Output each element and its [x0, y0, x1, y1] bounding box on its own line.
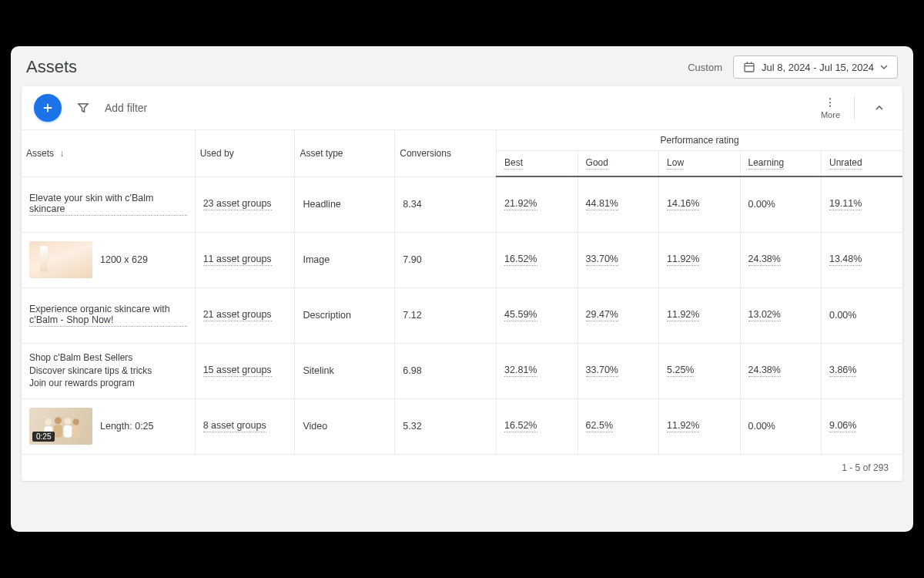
- conversions-cell: 7.90: [395, 232, 497, 287]
- perf-learning[interactable]: 24.38%: [748, 254, 781, 266]
- perf-best[interactable]: 32.81%: [504, 365, 537, 377]
- svg-point-11: [55, 417, 62, 424]
- svg-rect-12: [54, 425, 62, 437]
- perf-good[interactable]: 33.70%: [586, 365, 618, 377]
- page-title: Assets: [26, 57, 77, 77]
- asset-headline[interactable]: Elevate your skin with c'Balm skincare: [29, 193, 187, 216]
- conversions-cell: 7.12: [395, 287, 497, 343]
- asset-type-cell: Sitelink: [295, 343, 395, 398]
- used-by-link[interactable]: 23 asset groups: [203, 198, 272, 210]
- perf-good[interactable]: 29.47%: [586, 309, 618, 321]
- asset-sitelink[interactable]: Shop c'Balm Best Sellers Discover skinca…: [29, 351, 187, 390]
- perf-unrated[interactable]: 19.11%: [829, 198, 862, 210]
- table-row: 0:25 Length: 0:25 8 asset groups Video 5…: [22, 398, 902, 454]
- pagination-label: 1 - 5 of 293: [22, 455, 902, 481]
- plus-icon: [41, 101, 55, 115]
- add-asset-button[interactable]: [34, 94, 62, 122]
- more-menu-button[interactable]: More: [821, 96, 840, 119]
- date-preset-label: Custom: [688, 62, 722, 73]
- col-performance-group: Performance rating: [497, 130, 902, 151]
- app-frame: Assets Custom Jul 8, 2024 - Jul 15, 2024…: [11, 46, 913, 532]
- perf-low[interactable]: 11.92%: [667, 254, 699, 266]
- asset-type-cell: Headline: [295, 176, 395, 232]
- date-range-text: Jul 8, 2024 - Jul 15, 2024: [762, 62, 874, 73]
- table-row: Experience organic skincare with c'Balm …: [22, 287, 902, 343]
- svg-rect-16: [72, 425, 79, 437]
- asset-type-cell: Description: [295, 287, 395, 343]
- perf-low[interactable]: 14.16%: [667, 198, 699, 210]
- col-best-header[interactable]: Best: [497, 151, 578, 177]
- used-by-link[interactable]: 21 asset groups: [203, 309, 272, 321]
- conversions-cell: 5.32: [395, 398, 497, 454]
- svg-point-9: [45, 418, 52, 425]
- col-assets-header[interactable]: Assets ↓: [22, 130, 195, 176]
- page-header: Assets Custom Jul 8, 2024 - Jul 15, 2024: [11, 46, 913, 86]
- collapse-button[interactable]: [869, 97, 890, 119]
- filter-icon: [76, 101, 90, 115]
- calendar-icon: [743, 61, 755, 73]
- header-right: Custom Jul 8, 2024 - Jul 15, 2024: [688, 55, 898, 79]
- video-duration-badge: 0:25: [32, 432, 55, 442]
- used-by-link[interactable]: 8 asset groups: [203, 420, 266, 432]
- assets-card: Add filter More Assets: [22, 86, 902, 481]
- asset-video-length: Length: 0:25: [100, 421, 154, 432]
- table-row: Elevate your skin with c'Balm skincare 2…: [22, 176, 902, 232]
- conversions-cell: 8.34: [395, 176, 497, 232]
- asset-description[interactable]: Experience organic skincare with c'Balm …: [29, 304, 187, 327]
- asset-type-cell: Image: [295, 232, 395, 287]
- svg-point-7: [829, 102, 831, 103]
- perf-best[interactable]: 45.59%: [504, 309, 537, 321]
- asset-image-dimensions: 1200 x 629: [100, 254, 148, 265]
- asset-type-cell: Video: [295, 398, 395, 454]
- svg-point-13: [65, 418, 72, 425]
- perf-unrated[interactable]: 13.48%: [829, 254, 862, 266]
- image-thumbnail[interactable]: [29, 241, 92, 278]
- svg-rect-0: [745, 63, 754, 72]
- used-by-link[interactable]: 15 asset groups: [203, 365, 272, 377]
- perf-learning: 0.00%: [740, 398, 821, 454]
- table-row: 1200 x 629 11 asset groups Image 7.90 16…: [22, 232, 902, 287]
- col-learning-header[interactable]: Learning: [740, 151, 821, 177]
- col-unrated-header[interactable]: Unrated: [821, 151, 902, 177]
- col-conversions-header[interactable]: Conversions: [395, 130, 497, 176]
- perf-low[interactable]: 11.92%: [667, 309, 699, 321]
- col-good-header[interactable]: Good: [578, 151, 658, 177]
- perf-best[interactable]: 16.52%: [504, 420, 537, 432]
- date-range-picker[interactable]: Jul 8, 2024 - Jul 15, 2024: [733, 55, 898, 79]
- perf-low[interactable]: 11.92%: [667, 420, 699, 432]
- assets-table: Assets ↓ Used by Asset type Conversions …: [22, 130, 902, 455]
- perf-best[interactable]: 21.92%: [504, 198, 537, 210]
- perf-learning[interactable]: 13.02%: [748, 309, 781, 321]
- video-thumbnail[interactable]: 0:25: [29, 408, 92, 445]
- used-by-link[interactable]: 11 asset groups: [203, 254, 272, 266]
- perf-unrated: 0.00%: [821, 287, 902, 343]
- col-usedby-header[interactable]: Used by: [195, 130, 295, 176]
- svg-point-15: [73, 419, 79, 425]
- perf-good[interactable]: 33.70%: [586, 254, 618, 266]
- toolbar: Add filter More: [22, 86, 902, 130]
- perf-low[interactable]: 5.25%: [667, 365, 694, 377]
- toolbar-right: More: [821, 96, 890, 119]
- filter-button[interactable]: [74, 99, 92, 117]
- perf-good[interactable]: 44.81%: [586, 198, 618, 210]
- col-low-header[interactable]: Low: [659, 151, 740, 177]
- perf-learning: 0.00%: [740, 176, 821, 232]
- chevron-up-icon: [873, 102, 886, 114]
- table-row: Shop c'Balm Best Sellers Discover skinca…: [22, 343, 902, 398]
- perf-learning[interactable]: 24.38%: [748, 365, 781, 377]
- perf-unrated[interactable]: 9.06%: [829, 420, 856, 432]
- add-filter-input[interactable]: Add filter: [105, 102, 808, 114]
- svg-point-8: [829, 106, 831, 107]
- perf-good[interactable]: 62.5%: [586, 420, 613, 432]
- more-label: More: [821, 110, 840, 119]
- perf-best[interactable]: 16.52%: [504, 254, 537, 266]
- chevron-down-icon: [880, 63, 888, 71]
- svg-rect-14: [64, 425, 72, 437]
- svg-point-6: [829, 98, 831, 99]
- divider: [854, 96, 855, 119]
- more-vert-icon: [824, 96, 836, 109]
- col-type-header[interactable]: Asset type: [295, 130, 395, 176]
- perf-unrated[interactable]: 3.86%: [829, 365, 856, 377]
- sort-desc-icon: ↓: [59, 148, 64, 159]
- conversions-cell: 6.98: [395, 343, 497, 398]
